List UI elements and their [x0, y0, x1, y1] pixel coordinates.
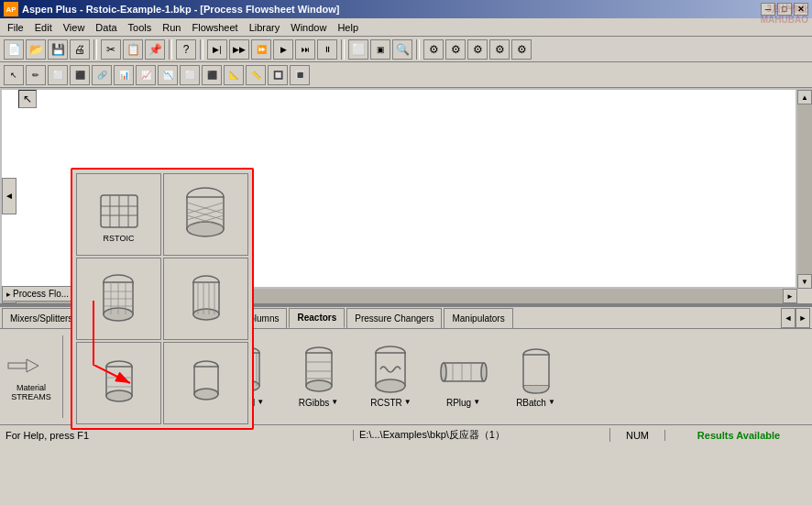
toolbar-b7[interactable]: ⏸: [317, 39, 337, 60]
toolbar-b5[interactable]: ▶: [273, 39, 293, 60]
menu-bar: File Edit View Data Tools Run Flowsheet …: [0, 18, 812, 37]
toolbar2-b1[interactable]: ↖: [4, 65, 24, 85]
rbatch-label: RBatch: [516, 398, 546, 408]
component-rplug[interactable]: RPlug ▼: [429, 335, 498, 418]
status-path: E:\...\Examples\bkp\反应器（1）: [354, 428, 610, 442]
sep5: [416, 39, 420, 60]
toolbar2-b9[interactable]: ⬜: [180, 65, 200, 85]
toolbar-open[interactable]: 📂: [26, 39, 46, 60]
toolbar-new[interactable]: 📄: [4, 39, 24, 60]
toolbar-b11[interactable]: ⚙: [423, 39, 444, 60]
component-rcstr[interactable]: RCSTR ▼: [357, 335, 425, 418]
scroll-down-button[interactable]: ▼: [797, 274, 812, 289]
toolbar2-b3[interactable]: ⬜: [48, 65, 68, 85]
popup-rstoic-cell[interactable]: RSTOIC: [76, 173, 161, 256]
title-text: Aspen Plus - Rstoic-Example-1.bkp - [Pro…: [22, 4, 339, 15]
rcstr-dropdown[interactable]: ▼: [404, 398, 411, 406]
toolbar-b9[interactable]: ▣: [370, 39, 390, 60]
rbatch-dropdown[interactable]: ▼: [548, 398, 555, 406]
toolbar-b1[interactable]: ?: [176, 39, 196, 60]
toolbar2-b5[interactable]: 🔗: [92, 65, 112, 85]
status-help: For Help, press F1: [0, 430, 354, 441]
svg-point-71: [306, 380, 332, 391]
svg-point-33: [106, 390, 132, 401]
toolbar-b8[interactable]: ⬜: [348, 39, 368, 60]
svg-point-38: [194, 389, 218, 400]
toolbar-b14[interactable]: ⚙: [489, 39, 510, 60]
toolbar2-b4[interactable]: ⬛: [70, 65, 90, 85]
toolbar-b15[interactable]: ⚙: [511, 39, 532, 60]
toolbar-b10[interactable]: 🔍: [392, 39, 412, 60]
toolbar-cut[interactable]: ✂: [101, 39, 121, 60]
svg-point-79: [441, 363, 446, 381]
tab-pressure-changers[interactable]: Pressure Changers: [346, 308, 442, 328]
title-bar: AP Aspen Plus - Rstoic-Example-1.bkp - […: [0, 0, 812, 18]
popup-bot-left[interactable]: [76, 342, 161, 424]
toolbar-b3[interactable]: ▶▶: [229, 39, 249, 60]
material-streams-section: MaterialSTREAMS: [4, 335, 63, 418]
popup-bot-right[interactable]: [163, 342, 248, 424]
menu-help[interactable]: Help: [332, 20, 364, 35]
toolbar2-b11[interactable]: 📐: [224, 65, 244, 85]
toolbar2-b2[interactable]: ✏: [26, 65, 46, 85]
tab-mixers[interactable]: Mixers/Splitters: [2, 308, 81, 328]
toolbar-save[interactable]: 💾: [48, 39, 68, 60]
toolbar2-b10[interactable]: ⬛: [202, 65, 222, 85]
toolbar-b6[interactable]: ⏭: [295, 39, 315, 60]
palette-scroll-right[interactable]: ►: [796, 308, 810, 328]
process-flow-label: Process Flo...: [13, 289, 69, 299]
menu-window[interactable]: Window: [285, 20, 332, 35]
popup-mid-right[interactable]: [163, 258, 248, 340]
menu-flowsheet[interactable]: Flowsheet: [186, 20, 243, 35]
scroll-track-vertical[interactable]: [797, 104, 812, 274]
component-rgibbs[interactable]: RGibbs ▼: [284, 335, 353, 418]
toolbar-b2[interactable]: ▶|: [207, 39, 227, 60]
scroll-right-button[interactable]: ►: [783, 289, 797, 303]
rbatch-icon: [513, 346, 559, 396]
rgibbs-dropdown[interactable]: ▼: [331, 398, 338, 406]
svg-point-77: [376, 379, 405, 392]
menu-library[interactable]: Library: [244, 20, 286, 35]
toolbar-b12[interactable]: ⚙: [445, 39, 466, 60]
menu-edit[interactable]: Edit: [29, 20, 58, 35]
svg-rect-85: [523, 355, 549, 386]
toolbar-print[interactable]: 🖨: [70, 39, 90, 60]
rstoic-small-icon: [96, 186, 142, 232]
menu-data[interactable]: Data: [90, 20, 122, 35]
toolbar-2: ↖ ✏ ⬜ ⬛ 🔗 📊 📈 📉 ⬜ ⬛ 📐 📏 🔲 🔳: [0, 62, 812, 88]
toolbar-copy[interactable]: 📋: [123, 39, 143, 60]
requil-dropdown[interactable]: ▼: [257, 398, 264, 406]
toolbar-paste[interactable]: 📌: [145, 39, 165, 60]
tab-manipulators[interactable]: Manipulators: [444, 308, 512, 328]
rplug-dropdown[interactable]: ▼: [473, 398, 480, 406]
popup-large-cell[interactable]: [163, 173, 248, 256]
component-rbatch[interactable]: RBatch ▼: [501, 335, 570, 418]
pointer-tool[interactable]: ↖: [18, 90, 37, 108]
tab-reactors[interactable]: Reactors: [289, 308, 345, 328]
menu-view[interactable]: View: [58, 20, 91, 35]
rplug-label: RPlug: [446, 398, 471, 408]
menu-file[interactable]: File: [2, 20, 29, 35]
rcstr-label: RCSTR: [370, 398, 401, 408]
flowsheet-canvas[interactable]: RSTOIC: [2, 90, 796, 287]
toolbar-b13[interactable]: ⚙: [467, 39, 488, 60]
collapse-left-button[interactable]: ◄: [2, 178, 16, 214]
toolbar2-b8[interactable]: 📉: [158, 65, 178, 85]
toolbar2-b6[interactable]: 📊: [114, 65, 134, 85]
toolbar2-b13[interactable]: 🔲: [268, 65, 288, 85]
menu-tools[interactable]: Tools: [123, 20, 158, 35]
toolbar2-b7[interactable]: 📈: [136, 65, 156, 85]
process-flow-button[interactable]: ▸ Process Flo...: [2, 286, 73, 302]
toolbar2-b14[interactable]: 🔳: [290, 65, 310, 85]
scroll-up-button[interactable]: ▲: [797, 90, 812, 104]
toolbar2-b12[interactable]: 📏: [246, 65, 266, 85]
toolbar-b4[interactable]: ⏩: [251, 39, 271, 60]
menu-run[interactable]: Run: [157, 20, 186, 35]
sep3: [200, 39, 203, 60]
watermark: 3后炉作业MAHUBAO: [757, 0, 812, 29]
popup-mid-left[interactable]: [76, 258, 161, 340]
palette-scroll-left[interactable]: ◄: [781, 308, 796, 328]
sep2: [169, 39, 172, 60]
rgibbs-label: RGibbs: [299, 398, 329, 408]
material-stream-icon: [6, 352, 57, 379]
